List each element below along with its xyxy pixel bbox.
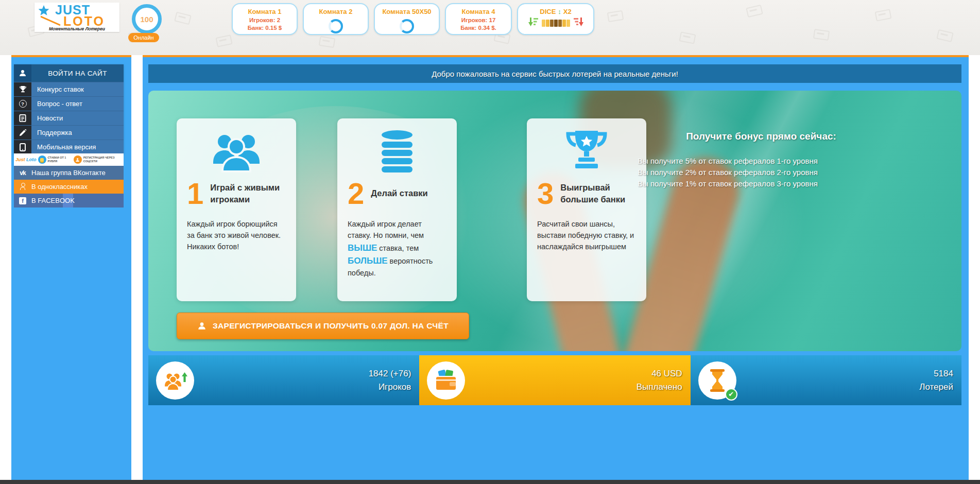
promo-banner-brand: Just Loto xyxy=(15,157,37,162)
sidebar-item-label: ВОЙТИ НА САЙТ xyxy=(31,64,124,82)
social-label: Наша группа ВКонтакте xyxy=(31,169,106,177)
sidebar-item-label: Новости xyxy=(31,111,124,125)
stat-value: 5184 xyxy=(919,367,953,381)
sort-down-red-icon xyxy=(574,18,583,28)
stat-paid: 46 USD Выплачено xyxy=(419,355,690,405)
tab-room-4[interactable]: Комната 4 Игроков: 17 Банк: 0.34 $. xyxy=(445,3,512,35)
check-icon: ✔ xyxy=(725,388,737,401)
sidebar-item-contest[interactable]: Конкурс ставок xyxy=(14,82,124,96)
left-sidebar: ВОЙТИ НА САЙТ Конкурс ставок ? Вопрос - … xyxy=(11,55,131,480)
room-bank: Банк: 0.34 $. xyxy=(446,25,511,31)
money-pattern-icon xyxy=(746,5,763,18)
tab-dice-x2[interactable]: DICE ↕ X2 xyxy=(517,3,594,35)
step-number: 3 xyxy=(537,179,554,208)
sidebar-item-support[interactable]: Поддержка xyxy=(14,125,124,140)
room-bank: Банк: 0.15 $ xyxy=(233,25,297,31)
bonus-line: Вы получите 5% от ставок рефералов 1-го … xyxy=(638,155,885,167)
money-pattern-icon xyxy=(174,12,192,25)
room-title: Комната 50X50 xyxy=(375,8,439,15)
step-card-1: 1 Играй с живыми игроками Каждый игрок б… xyxy=(177,118,296,301)
sidebar-menu: ВОЙТИ НА САЙТ Конкурс ставок ? Вопрос - … xyxy=(14,64,124,154)
logo-tagline: Моментальные Лотереи xyxy=(35,26,119,31)
site-logo[interactable]: JUST LOTO Моментальные Лотереи xyxy=(35,3,119,32)
step-heading: Выигрывай большие банки xyxy=(560,182,636,205)
sidebar-item-mobile[interactable]: Мобильная версия xyxy=(14,140,124,154)
money-pattern-icon xyxy=(813,29,830,41)
step-number: 1 xyxy=(187,179,203,208)
trophy-icon xyxy=(14,82,31,96)
room-title: Комната 1 xyxy=(233,8,297,15)
online-counter: 100 xyxy=(132,4,162,34)
welcome-bar: Добро пожаловать на сервис быстрых лотер… xyxy=(148,64,961,83)
stat-label: Игроков xyxy=(369,381,411,394)
tab-room-50x50[interactable]: Комната 50X50 xyxy=(374,3,440,35)
highlight-word: БОЛЬШЕ xyxy=(348,256,388,266)
ok-icon xyxy=(14,183,31,191)
money-pattern-icon xyxy=(936,29,954,42)
register-button-label: ЗАРЕГИСТРИРОВАТЬСЯ И ПОЛУЧИТЬ 0.07 ДОЛ. … xyxy=(213,321,449,331)
stat-value: 1842 (+76) xyxy=(369,367,411,381)
sidebar-item-faq[interactable]: ? Вопрос - ответ xyxy=(14,96,124,111)
social-label: В FACEBOOK xyxy=(31,197,75,204)
user-icon xyxy=(14,64,31,82)
stat-lotteries: ✔ 5184 Лотерей xyxy=(691,355,961,405)
person-icon xyxy=(74,155,82,164)
sidebar-item-vk-group[interactable]: vk Наша группа ВКонтакте xyxy=(14,166,124,180)
register-button[interactable]: ЗАРЕГИСТРИРОВАТЬСЯ И ПОЛУЧИТЬ 0.07 ДОЛ. … xyxy=(177,313,469,339)
vk-icon: vk xyxy=(14,169,31,177)
pencil-icon xyxy=(14,126,31,140)
room-players: Игроков: 17 xyxy=(446,17,511,23)
sidebar-item-odnoklassniki[interactable]: В одноклассниках xyxy=(14,180,124,194)
online-badge: Онлайн xyxy=(128,33,159,42)
promo-badge1: СТАВКИ ОТ 1 РУБЛЯ xyxy=(48,156,72,163)
players-up-icon xyxy=(156,361,194,400)
sidebar-item-label: Вопрос - ответ xyxy=(31,97,124,111)
hero-panel: 1 Играй с живыми игроками Каждый игрок б… xyxy=(148,91,961,351)
step-number: 2 xyxy=(348,179,364,208)
highlight-word: ВЫШЕ xyxy=(348,243,377,253)
top-header: JUST LOTO Моментальные Лотереи 100 Онлай… xyxy=(0,0,980,55)
updown-arrow-icon: ↕ xyxy=(558,8,561,15)
money-pattern-icon xyxy=(607,10,624,22)
user-icon xyxy=(197,321,207,331)
online-count: 100 xyxy=(140,15,153,24)
step-heading: Делай ставки xyxy=(371,187,428,199)
mobile-icon xyxy=(14,140,31,154)
footer-bar xyxy=(0,480,980,484)
stat-label: Лотерей xyxy=(919,381,953,394)
room-title: Комната 4 xyxy=(446,8,511,15)
step-card-2: 2 Делай ставки Каждый игрок делает ставк… xyxy=(337,118,457,301)
step-body: Каждый игрок делает ставку. Но помни, че… xyxy=(348,219,446,279)
step-body: Расчитай свои шансы, выстави победную ст… xyxy=(537,219,636,252)
stat-players: 1842 (+76) Игроков xyxy=(148,355,419,405)
money-pattern-icon xyxy=(319,36,336,48)
loading-spinner-icon xyxy=(400,19,414,33)
coins-icon xyxy=(348,126,446,175)
money-pattern-icon xyxy=(679,31,696,44)
hourglass-check-icon: ✔ xyxy=(698,361,736,400)
room-players: Игроков: 2 xyxy=(233,17,297,23)
room-title: Комната 2 xyxy=(304,8,368,15)
bonus-block: Получите бонус прямо сейчас: Вы получите… xyxy=(638,131,885,189)
bonus-line: Вы получите 1% от ставок рефералов 3-го … xyxy=(638,178,885,189)
news-icon xyxy=(14,111,31,125)
trophy-icon xyxy=(537,126,636,175)
sidebar-item-facebook[interactable]: f В FACEBOOK xyxy=(14,194,124,208)
tab-room-2[interactable]: Комната 2 xyxy=(303,3,369,35)
bonus-line: Вы получите 2% от ставок рефералов 2-го … xyxy=(638,167,885,178)
facebook-icon: f xyxy=(14,197,31,204)
dice-multiplier: X2 xyxy=(563,8,572,15)
sidebar-item-label: Конкурс ставок xyxy=(31,82,124,96)
question-icon: ? xyxy=(14,97,31,111)
sidebar-item-login[interactable]: ВОЙТИ НА САЙТ xyxy=(14,64,124,82)
loading-spinner-icon xyxy=(329,19,343,33)
promo-banner[interactable]: Just Loto СТАВКИ ОТ 1 РУБЛЯ РЕГИСТРАЦИЯ … xyxy=(14,153,124,166)
sidebar-item-label: Мобильная версия xyxy=(31,140,124,154)
tab-room-1[interactable]: Комната 1 Игроков: 2 Банк: 0.15 $ xyxy=(232,3,298,35)
dice-strip-icon xyxy=(542,20,570,27)
step-heading: Играй с живыми игроками xyxy=(210,182,286,205)
bonus-title: Получите бонус прямо сейчас: xyxy=(638,131,885,142)
promo-badge2: РЕГИСТРАЦИЯ ЧЕРЕЗ СОЦСЕТИ xyxy=(83,156,122,163)
money-pattern-icon xyxy=(874,9,891,21)
sidebar-item-news[interactable]: Новости xyxy=(14,111,124,125)
